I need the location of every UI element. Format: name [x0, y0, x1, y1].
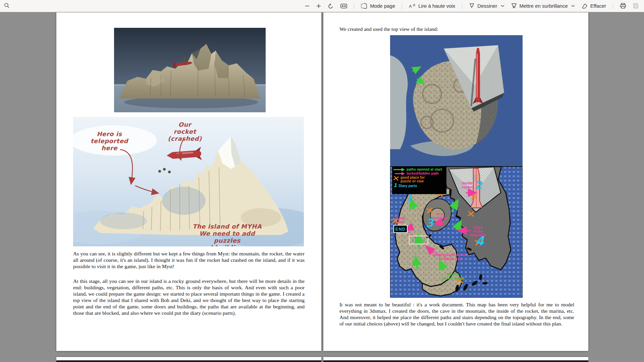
- island-sketch-image: Hero is teleported here Our rocket (cras…: [73, 117, 304, 246]
- toolbar-separator: [613, 3, 613, 9]
- map-start-box: START: [409, 236, 428, 244]
- annotation-rocket: Our rocket (crashed): [166, 121, 203, 142]
- map-number-3: 3: [426, 216, 434, 230]
- read-aloud-button[interactable]: A Lire à haute voix: [409, 3, 455, 9]
- rotate-icon[interactable]: [328, 3, 334, 9]
- legend-label: Diary parts: [398, 184, 417, 188]
- chevron-down-icon[interactable]: [571, 5, 575, 7]
- read-aloud-label: Lire à haute voix: [418, 3, 455, 9]
- highlight-label: Mettre en surbrillance: [520, 3, 568, 9]
- save-button: [633, 3, 639, 9]
- next-page-preview: [323, 357, 588, 362]
- map-label-underground: underground access to Stasis pod: [427, 253, 474, 261]
- highlight-button[interactable]: Mettre en surbrillance: [511, 3, 575, 9]
- map-label-marina: Marina (small boats): [440, 273, 467, 280]
- eraser-icon: [582, 3, 588, 9]
- toolbar-separator: [354, 3, 354, 9]
- draw-pen-icon: [469, 3, 475, 9]
- map-number-4: 4: [475, 234, 484, 248]
- pdf-toolbar: Mode page A Lire à haute voix Dessiner M…: [0, 0, 644, 12]
- map-legend: paths opened at start locked/hidden path…: [392, 166, 446, 194]
- magenta-arrow-icon: [393, 172, 405, 175]
- legend-label: locked/hidden path: [407, 172, 439, 175]
- erase-label: Effacer: [590, 3, 606, 9]
- annotation-island-note: The island of MYHA We need to add puzzle…: [187, 223, 267, 246]
- paragraph: It was not meant to be beautiful : it's …: [339, 301, 574, 327]
- page-mode-button[interactable]: Mode page: [361, 3, 395, 9]
- draw-button[interactable]: Dessiner: [469, 3, 504, 9]
- chevron-down-icon[interactable]: [501, 5, 504, 7]
- zoom-out-button[interactable]: [305, 4, 310, 8]
- orange-x-icon: [393, 176, 399, 181]
- paragraph: At this stage, all you can see in our is…: [73, 278, 305, 316]
- erase-button[interactable]: Effacer: [582, 3, 606, 9]
- pdf-page-left: Hero is teleported here Our rocket (cras…: [56, 12, 321, 351]
- toolbar-separator: [462, 3, 462, 9]
- green-arrow-icon: [393, 168, 405, 171]
- toolbar-separator: [402, 3, 402, 9]
- page-mode-icon: [361, 3, 367, 9]
- next-page-preview: [56, 357, 321, 362]
- annotation-hero: Hero is teleported here: [79, 130, 140, 152]
- search-icon[interactable]: [4, 3, 10, 9]
- legend-label: paths opened at start: [407, 168, 442, 171]
- page-mode-label: Mode page: [370, 3, 395, 9]
- diary-number-icon: 1: [393, 183, 397, 188]
- island-render-image: [114, 28, 266, 112]
- print-button[interactable]: [620, 3, 626, 9]
- map-label-stasis-pod: Stasis pod: [393, 216, 408, 224]
- zoom-in-button[interactable]: [316, 4, 321, 8]
- paragraph: We created and used the top view of the …: [339, 26, 574, 32]
- legend-label: good place for puzzle or clue: [400, 176, 425, 183]
- pdf-page-right: We created and used the top view of the …: [323, 12, 588, 351]
- map-label-inside-rocket: inside rocket: [459, 181, 476, 189]
- read-aloud-icon: A: [409, 3, 416, 9]
- top-view-map-image: paths opened at start locked/hidden path…: [390, 35, 523, 298]
- map-number-2: 2: [475, 179, 482, 191]
- highlighter-icon: [511, 3, 517, 9]
- paragraph: As you can see, it is slightly different…: [73, 250, 305, 269]
- map-end-box: END: [393, 225, 408, 233]
- fit-width-icon[interactable]: [340, 3, 347, 9]
- svg-text:A: A: [409, 4, 412, 9]
- draw-label: Dessiner: [477, 3, 497, 9]
- map-number-1: 1: [406, 193, 412, 203]
